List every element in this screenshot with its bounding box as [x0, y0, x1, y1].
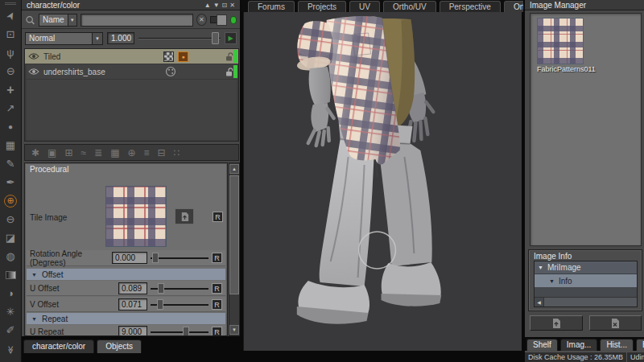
- eraser-tool-icon[interactable]: ◪: [2, 228, 20, 247]
- u-repeat-value[interactable]: 9.000: [118, 326, 147, 336]
- u-offset-value[interactable]: 0.089: [118, 282, 147, 294]
- merge-layers-icon[interactable]: ≣: [94, 147, 102, 158]
- burn-tool-icon[interactable]: ◑: [2, 284, 20, 302]
- image-thumbnail[interactable]: [537, 18, 584, 64]
- toolbar-collapse-chevron-icon[interactable]: ≫: [2, 340, 20, 359]
- v-offset-value[interactable]: 0.071: [118, 298, 147, 311]
- tab-objects[interactable]: Objects: [97, 339, 142, 353]
- sponge-tool-icon[interactable]: ✳: [2, 302, 20, 321]
- reset-u-repeat-button[interactable]: R: [212, 327, 222, 336]
- tile-image-thumbnail[interactable]: [105, 186, 167, 247]
- scrollbar-thumb[interactable]: [229, 175, 239, 294]
- scroll-up-button[interactable]: ▲: [229, 164, 239, 174]
- tab-history[interactable]: Hist...: [600, 339, 634, 351]
- layer-opacity-value[interactable]: 1.000: [107, 32, 134, 44]
- panel-float-icon[interactable]: ⊡: [222, 0, 228, 10]
- panel-close-icon[interactable]: ✕: [229, 0, 235, 10]
- rotation-angle-value[interactable]: 0.000: [112, 252, 147, 264]
- reset-tile-image-button[interactable]: R: [213, 212, 223, 222]
- slider-handle[interactable]: [158, 283, 164, 294]
- duplicate-layer-icon[interactable]: ⊞: [64, 147, 72, 158]
- repeat-section-header[interactable]: ▼ Repeat: [27, 313, 225, 324]
- tab-brushes[interactable]: Brus: [636, 339, 644, 351]
- marquee-select-tool-icon[interactable]: ⊡: [2, 25, 20, 43]
- reset-v-offset-button[interactable]: R: [212, 299, 222, 310]
- tab-projects[interactable]: Projects: [298, 1, 346, 12]
- reset-rotation-button[interactable]: R: [212, 253, 222, 263]
- remove-image-button[interactable]: [589, 315, 642, 331]
- tab-images[interactable]: Imag...: [560, 339, 598, 351]
- eye-icon[interactable]: [28, 52, 39, 60]
- image-item-fabricpatterns011[interactable]: FabricPatterns011: [537, 18, 587, 73]
- clear-search-button[interactable]: ✕: [196, 14, 207, 26]
- reset-u-offset-button[interactable]: R: [212, 283, 222, 294]
- slider-handle[interactable]: [183, 327, 189, 336]
- play-button[interactable]: ▶: [225, 32, 237, 44]
- add-group-icon[interactable]: ⊕: [127, 147, 135, 158]
- add-curve-icon[interactable]: ≈: [80, 147, 86, 158]
- gradient-tool-icon[interactable]: [2, 265, 20, 284]
- tree-row-mriimage[interactable]: ▼ MriImage: [535, 261, 637, 274]
- tiled-pattern-icon[interactable]: [163, 51, 174, 62]
- paint-drop-tool-icon[interactable]: ●: [2, 117, 20, 136]
- offset-section-header[interactable]: ▼ Offset: [27, 269, 225, 280]
- tab-perspective[interactable]: Perspective: [440, 1, 501, 12]
- tab-character-color[interactable]: character/color: [23, 339, 94, 353]
- layer-opacity-slider[interactable]: [138, 32, 221, 44]
- tab-uv[interactable]: UV: [349, 1, 380, 12]
- u-repeat-slider[interactable]: [151, 326, 208, 336]
- add-stamp-tool-icon[interactable]: ⊕: [2, 191, 20, 210]
- tab-ortho-uv[interactable]: Ortho/UV: [383, 1, 436, 12]
- slider-handle[interactable]: [152, 253, 159, 263]
- image-list: FabricPatterns011: [530, 13, 642, 246]
- rotation-angle-slider[interactable]: [151, 252, 208, 264]
- opacity-slider-handle[interactable]: [212, 32, 219, 44]
- filter-toggle[interactable]: [210, 14, 227, 26]
- grid-view-icon[interactable]: ∷: [174, 147, 180, 158]
- add-image-layer-icon[interactable]: ▣: [47, 147, 56, 158]
- equalize-tool-icon[interactable]: ⊖: [2, 210, 20, 228]
- layer-row-undershirts-base[interactable]: undershirts_base: [25, 64, 238, 80]
- 3d-viewport[interactable]: [243, 12, 522, 351]
- scroll-left-button[interactable]: ◀: [535, 298, 544, 306]
- picker-tool-icon[interactable]: ✐: [2, 321, 20, 339]
- tree-horizontal-scrollbar[interactable]: ◀: [535, 297, 637, 306]
- add-paint-layer-icon[interactable]: ✱: [31, 147, 39, 158]
- slider-handle[interactable]: [157, 299, 163, 310]
- panel-scroll-up-icon[interactable]: ▲: [204, 0, 211, 10]
- u-offset-slider[interactable]: [151, 282, 208, 294]
- name-filter-dropdown[interactable]: Name ▼: [39, 14, 77, 27]
- layer-row-tiled[interactable]: Tiled ●: [25, 49, 238, 64]
- pan-tool-icon[interactable]: ψ: [2, 43, 20, 62]
- select-tool-icon[interactable]: ➤: [2, 6, 20, 25]
- v-offset-slider[interactable]: [151, 298, 208, 311]
- left-panel-title: character/color: [27, 0, 80, 10]
- move-tool-icon[interactable]: +: [2, 80, 20, 99]
- zoom-tool-icon[interactable]: ⊘: [2, 62, 20, 80]
- image-info-tree: ▼ MriImage ▼ Info ◀: [534, 261, 638, 307]
- tab-forums[interactable]: Forums: [248, 1, 295, 12]
- import-image-button[interactable]: [530, 315, 583, 331]
- tab-shelf[interactable]: Shelf: [526, 339, 558, 351]
- blend-mode-dropdown[interactable]: Normal ▼: [25, 32, 103, 45]
- panel-scroll-down-icon[interactable]: ▼: [213, 0, 220, 10]
- properties-scrollbar[interactable]: ▲ ▼: [229, 162, 240, 336]
- procedural-badge-icon[interactable]: ●: [178, 51, 188, 62]
- mudbox-window: ➤ ⊡ ψ ⊘ + ↗ ● ▦ ✎ ✒ ⊕ ⊖ ◪ ◍ ◑ ✳ ✐ ≫ char…: [0, 0, 644, 362]
- import-image-button[interactable]: [175, 208, 194, 224]
- scroll-down-button[interactable]: ▼: [229, 325, 239, 335]
- transform-tool-icon[interactable]: ↗: [2, 99, 20, 117]
- layer-list-icon[interactable]: ≡: [144, 147, 150, 158]
- layer-search-input[interactable]: [80, 14, 193, 27]
- layer-name: undershirts_base: [43, 68, 105, 76]
- remove-layer-icon[interactable]: ⊟: [158, 147, 166, 158]
- pin-tool-icon[interactable]: ✒: [2, 173, 20, 191]
- palette-icon[interactable]: [165, 66, 176, 77]
- tree-row-info[interactable]: ▼ Info: [535, 274, 637, 287]
- eye-icon[interactable]: [28, 68, 39, 76]
- import-file-icon: [180, 212, 190, 222]
- add-tiled-layer-icon[interactable]: ▦: [110, 147, 119, 158]
- mesh-tool-icon[interactable]: ▦: [2, 136, 20, 154]
- paint-brush-tool-icon[interactable]: ✎: [2, 154, 20, 173]
- dodge-tool-icon[interactable]: ◍: [2, 247, 20, 265]
